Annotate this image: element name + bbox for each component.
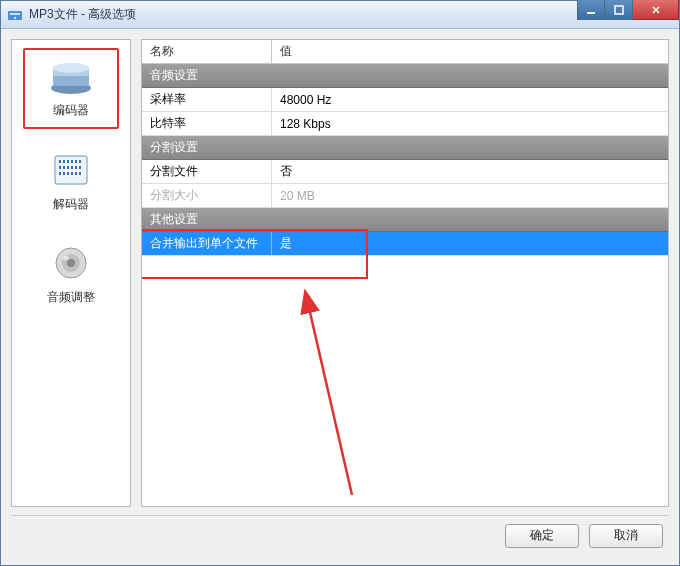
svg-point-2: [14, 16, 16, 18]
svg-rect-25: [71, 172, 73, 175]
property-name: 采样率: [142, 88, 272, 111]
svg-rect-22: [59, 172, 61, 175]
svg-rect-4: [615, 6, 623, 14]
property-name: 分割文件: [142, 160, 272, 183]
svg-rect-27: [79, 172, 81, 175]
grid-row[interactable]: 合并输出到单个文件 是: [142, 232, 668, 256]
close-button[interactable]: [633, 0, 679, 20]
sidebar: 编码器 解码器 音频调整: [11, 39, 131, 507]
window-title: MP3文件 - 高级选项: [29, 6, 136, 23]
maximize-button[interactable]: [605, 0, 633, 20]
svg-rect-1: [10, 13, 20, 15]
sidebar-item-encoder[interactable]: 编码器: [23, 48, 119, 129]
svg-rect-24: [67, 172, 69, 175]
ok-button[interactable]: 确定: [505, 524, 579, 548]
main-area: 编码器 解码器 音频调整 名称: [11, 39, 669, 507]
svg-rect-3: [587, 12, 595, 14]
window-controls: [577, 0, 679, 20]
dialog-footer: 确定 取消: [11, 515, 669, 555]
grid-row[interactable]: 采样率 48000 Hz: [142, 88, 668, 112]
property-grid[interactable]: 名称 值 音频设置 采样率 48000 Hz 比特率 128 Kbps: [142, 40, 668, 256]
minimize-button[interactable]: [577, 0, 605, 20]
property-value[interactable]: 48000 Hz: [272, 88, 668, 111]
svg-rect-20: [75, 166, 77, 169]
app-icon: [7, 7, 23, 23]
svg-rect-23: [63, 172, 65, 175]
sidebar-item-label: 编码器: [53, 102, 89, 119]
client-area: 编码器 解码器 音频调整 名称: [1, 29, 679, 565]
property-value: 20 MB: [272, 184, 668, 207]
section-title: 分割设置: [142, 136, 206, 159]
section-title: 其他设置: [142, 208, 206, 231]
svg-line-33: [309, 308, 352, 495]
encoder-icon: [47, 56, 95, 96]
decoder-icon: [47, 150, 95, 190]
grid-row[interactable]: 比特率 128 Kbps: [142, 112, 668, 136]
svg-rect-10: [59, 160, 61, 163]
column-header-value[interactable]: 值: [272, 40, 668, 63]
svg-rect-12: [67, 160, 69, 163]
property-value[interactable]: 是: [272, 232, 668, 255]
property-name: 比特率: [142, 112, 272, 135]
svg-rect-18: [67, 166, 69, 169]
svg-rect-15: [79, 160, 81, 163]
svg-rect-16: [59, 166, 61, 169]
section-header[interactable]: 分割设置: [142, 136, 668, 160]
section-header[interactable]: 音频设置: [142, 64, 668, 88]
svg-rect-11: [63, 160, 65, 163]
svg-point-30: [67, 259, 75, 267]
svg-rect-13: [71, 160, 73, 163]
svg-rect-19: [71, 166, 73, 169]
property-name: 分割大小: [142, 184, 272, 207]
section-title: 音频设置: [142, 64, 206, 87]
cancel-button[interactable]: 取消: [589, 524, 663, 548]
grid-header-row: 名称 值: [142, 40, 668, 64]
grid-row[interactable]: 分割文件 否: [142, 160, 668, 184]
sidebar-item-label: 解码器: [53, 196, 89, 213]
section-header[interactable]: 其他设置: [142, 208, 668, 232]
sidebar-item-label: 音频调整: [47, 289, 95, 306]
column-header-name[interactable]: 名称: [142, 40, 272, 63]
svg-point-8: [53, 63, 89, 73]
sidebar-item-decoder[interactable]: 解码器: [23, 143, 119, 222]
svg-rect-17: [63, 166, 65, 169]
window-frame: MP3文件 - 高级选项 编码器 解码器: [0, 0, 680, 566]
grid-row: 分割大小 20 MB: [142, 184, 668, 208]
property-value[interactable]: 否: [272, 160, 668, 183]
titlebar: MP3文件 - 高级选项: [1, 1, 679, 29]
property-grid-panel: 名称 值 音频设置 采样率 48000 Hz 比特率 128 Kbps: [141, 39, 669, 507]
svg-point-31: [63, 256, 69, 260]
svg-rect-14: [75, 160, 77, 163]
sidebar-item-audio[interactable]: 音频调整: [23, 236, 119, 315]
svg-rect-21: [79, 166, 81, 169]
svg-rect-26: [75, 172, 77, 175]
property-value[interactable]: 128 Kbps: [272, 112, 668, 135]
speaker-icon: [47, 243, 95, 283]
property-name: 合并输出到单个文件: [142, 232, 272, 255]
